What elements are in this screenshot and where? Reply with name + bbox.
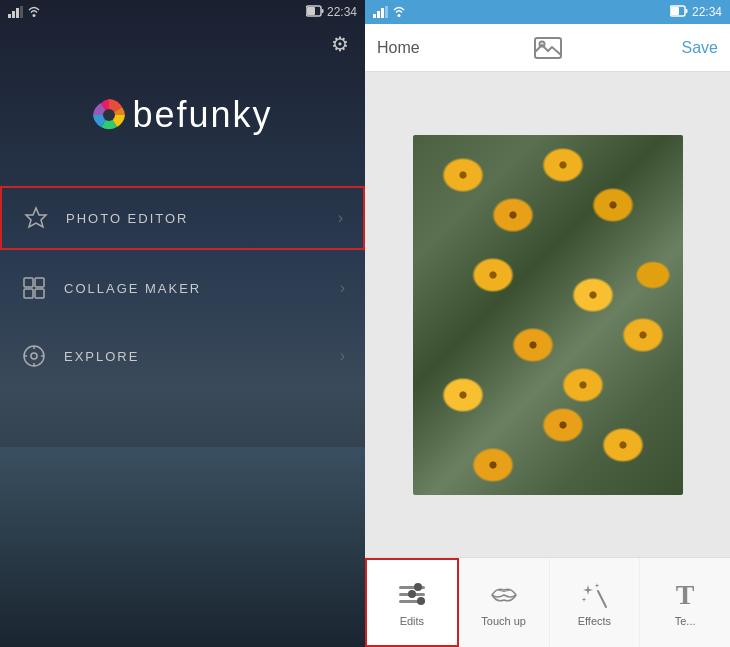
svg-line-31 [598,591,606,607]
edits-label: Edits [400,615,424,627]
svg-rect-27 [671,7,679,15]
right-status-right: 22:34 [670,3,722,21]
photo-editor-chevron: › [338,209,343,227]
svg-point-4 [33,14,36,17]
svg-rect-1 [12,11,15,18]
text-icon: T [676,579,695,611]
touchup-icon [490,579,518,611]
edits-tool[interactable]: Edits [365,558,459,647]
image-icon[interactable] [491,37,605,59]
effects-icon [580,579,608,611]
slider-row-2 [399,593,425,596]
svg-marker-10 [26,208,46,227]
left-header: ⚙ [0,24,365,64]
left-status-bar: 22:34 [0,0,365,24]
svg-rect-3 [20,6,23,18]
collage-label: COLLAGE MAKER [64,281,340,296]
logo-icon [92,98,126,132]
explore-item[interactable]: EXPLORE › [0,326,365,386]
explore-chevron: › [340,347,345,365]
text-tool[interactable]: T Te... [640,558,730,647]
t-letter: T [676,581,695,609]
svg-rect-14 [35,289,44,298]
slider-row-1 [399,586,425,589]
svg-rect-12 [35,278,44,287]
bottom-toolbar: Edits Touch up [365,557,730,647]
photo-container [413,135,683,495]
photo-editor-icon [22,204,50,232]
explore-label: EXPLORE [64,349,340,364]
right-wifi-icon [393,6,405,18]
right-status-left [373,6,405,18]
collage-maker-item[interactable]: COLLAGE MAKER › [0,258,365,318]
svg-rect-11 [24,278,33,287]
logo: befunky [92,94,272,136]
svg-rect-24 [385,6,388,18]
photo-area [365,72,730,557]
right-battery-icon [670,3,688,21]
svg-rect-6 [307,7,315,15]
effects-label: Effects [578,615,611,627]
text-label: Te... [675,615,696,627]
left-time: 22:34 [327,5,357,19]
svg-rect-7 [321,9,323,13]
svg-point-16 [31,353,37,359]
svg-rect-13 [24,289,33,298]
lips-svg [490,585,518,605]
left-panel: 22:34 ⚙ befunky [0,0,365,647]
right-panel: 22:34 Home Save [365,0,730,647]
touchup-label: Touch up [481,615,526,627]
wand-svg [580,581,608,609]
collage-chevron: › [340,279,345,297]
right-status-bar: 22:34 [365,0,730,24]
effects-tool[interactable]: Effects [550,558,641,647]
photo-editor-label: PHOTO EDITOR [66,211,338,226]
settings-button[interactable]: ⚙ [331,32,349,56]
svg-rect-23 [381,8,384,18]
wifi-icon [28,6,40,18]
touchup-tool[interactable]: Touch up [459,558,550,647]
logo-area: befunky [0,64,365,186]
left-status-right: 22:34 [306,5,357,19]
signal-icon [8,6,24,18]
svg-rect-2 [16,8,19,18]
menu-items: PHOTO EDITOR › COLLAGE MAKER › [0,186,365,647]
sliders-icon [399,586,425,603]
right-signal-icon [373,6,389,18]
save-button[interactable]: Save [604,39,718,57]
left-status-left [8,6,40,18]
explore-icon [20,342,48,370]
right-time: 22:34 [692,5,722,19]
flower-overlay [413,135,683,495]
svg-point-9 [103,109,115,121]
svg-rect-0 [8,14,11,18]
collage-icon [20,274,48,302]
slider-row-3 [399,600,425,603]
right-header: Home Save [365,24,730,72]
logo-text: befunky [132,94,272,136]
svg-rect-28 [685,9,687,13]
svg-rect-22 [377,11,380,18]
left-battery-icon [306,5,324,19]
photo-editor-item[interactable]: PHOTO EDITOR › [0,186,365,250]
svg-point-25 [398,14,401,17]
home-label: Home [377,39,491,57]
edits-icon [399,579,425,611]
svg-rect-21 [373,14,376,18]
